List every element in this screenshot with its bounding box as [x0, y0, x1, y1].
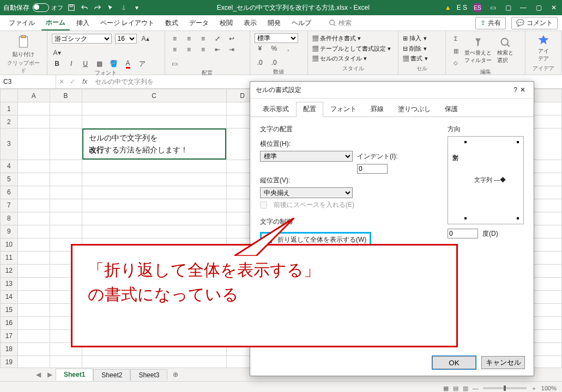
row-header[interactable]: 5: [1, 173, 18, 186]
underline-button[interactable]: U: [80, 58, 91, 69]
save-icon[interactable]: [67, 3, 76, 13]
find-select-button[interactable]: 検索と 選択: [495, 36, 516, 65]
dlg-tab-protection[interactable]: 保護: [438, 102, 465, 117]
col-header[interactable]: C: [82, 89, 226, 102]
sheet-tab[interactable]: Sheet2: [93, 369, 130, 381]
indent-dec-icon[interactable]: ⇤: [212, 44, 223, 55]
sum-icon[interactable]: Σ: [450, 33, 461, 44]
search-box[interactable]: 検索: [329, 19, 352, 28]
orientation-control[interactable]: 文字列 文字列 ―◆: [448, 136, 524, 224]
delete-cells-button[interactable]: ⊟ 削除 ▾: [403, 44, 441, 54]
row-header[interactable]: 13: [1, 277, 18, 290]
format-cells-button[interactable]: ▦ 書式 ▾: [403, 53, 441, 64]
row-header[interactable]: 3: [1, 128, 18, 160]
zoom-slider[interactable]: [483, 387, 527, 389]
align-top-icon[interactable]: ≡: [170, 33, 180, 44]
tab-review[interactable]: 校閲: [215, 16, 237, 30]
enter-formula-icon[interactable]: ✓: [67, 76, 78, 87]
phonetic-icon[interactable]: ア: [137, 58, 148, 69]
row-header[interactable]: 2: [1, 115, 18, 128]
nav-prev-icon[interactable]: ◀: [33, 371, 44, 378]
row-header[interactable]: 17: [1, 329, 18, 342]
sheet-tab[interactable]: Sheet1: [56, 369, 93, 381]
dlg-tab-number[interactable]: 表示形式: [256, 102, 296, 117]
row-header[interactable]: 11: [1, 251, 18, 264]
orientation-icon[interactable]: ⤢: [212, 33, 223, 44]
h-align-select[interactable]: 標準: [260, 151, 353, 162]
bold-button[interactable]: B: [52, 58, 63, 69]
tab-developer[interactable]: 開発: [263, 16, 285, 30]
percent-icon[interactable]: %: [269, 43, 280, 54]
dialog-help-icon[interactable]: ?: [513, 86, 517, 94]
degree-input[interactable]: [448, 229, 478, 238]
dialog-close-icon[interactable]: ✕: [517, 86, 528, 94]
align-middle-icon[interactable]: ≡: [184, 33, 195, 44]
touch-icon[interactable]: [119, 3, 129, 13]
italic-button[interactable]: I: [66, 58, 77, 69]
cond-format-button[interactable]: ▦ 条件付き書式 ▾: [312, 33, 394, 44]
wrap-text-icon[interactable]: ↩: [226, 33, 237, 44]
format-table-button[interactable]: ▦ テーブルとして書式設定 ▾: [312, 44, 394, 54]
tab-pagelayout[interactable]: ページ レイアウト: [96, 16, 159, 30]
tab-help[interactable]: ヘルプ: [287, 16, 316, 30]
sheet-tab[interactable]: Sheet3: [130, 369, 167, 381]
undo-icon[interactable]: [80, 3, 89, 13]
clear-icon[interactable]: ◇: [450, 57, 461, 68]
redo-icon[interactable]: [93, 3, 102, 13]
zoom-in-icon[interactable]: ＋: [531, 384, 537, 393]
window-options-icon[interactable]: ▭: [488, 3, 498, 13]
ideas-button[interactable]: アイ デア: [530, 33, 557, 64]
font-size-select[interactable]: 16: [115, 34, 137, 44]
font-name-select[interactable]: 游ゴシック: [52, 34, 112, 44]
row-header[interactable]: 18: [1, 342, 18, 356]
align-right-icon[interactable]: ≡: [198, 44, 209, 55]
row-header[interactable]: 8: [1, 212, 18, 225]
align-left-icon[interactable]: ≡: [170, 44, 180, 55]
ok-button[interactable]: OK: [432, 356, 476, 369]
align-center-icon[interactable]: ≡: [184, 44, 195, 55]
inc-decimal-icon[interactable]: .0: [255, 57, 265, 68]
decrease-font-icon[interactable]: A▾: [52, 47, 63, 58]
cursor-icon[interactable]: [106, 3, 116, 13]
indent-input[interactable]: [357, 164, 388, 174]
cancel-formula-icon[interactable]: ✕: [56, 76, 67, 87]
tab-insert[interactable]: 挿入: [72, 16, 94, 30]
add-sheet-icon[interactable]: ⊕: [167, 371, 184, 378]
name-box[interactable]: C3: [0, 75, 56, 88]
ribbon-options-icon[interactable]: ▢: [503, 3, 513, 13]
row-header[interactable]: 10: [1, 238, 18, 251]
close-icon[interactable]: ✕: [549, 3, 559, 13]
zoom-level[interactable]: 100%: [541, 385, 557, 391]
row-header[interactable]: 19: [1, 356, 18, 367]
tab-file[interactable]: ファイル: [4, 16, 39, 30]
row-header[interactable]: 14: [1, 290, 18, 303]
cell-c3[interactable]: セルの中で文字列を 改行する方法を紹介します！: [82, 128, 226, 160]
col-header[interactable]: A: [17, 89, 50, 102]
merge-icon[interactable]: ▭: [170, 58, 180, 69]
increase-font-icon[interactable]: A▴: [140, 33, 151, 44]
view-normal-icon[interactable]: ▦: [443, 385, 449, 392]
row-header[interactable]: 12: [1, 264, 18, 277]
currency-icon[interactable]: ¥: [255, 43, 265, 54]
comment-button[interactable]: 💬コメント: [511, 17, 558, 29]
cell-style-button[interactable]: ▦ セルのスタイル ▾: [312, 53, 394, 64]
row-header[interactable]: 1: [1, 102, 18, 115]
col-header[interactable]: B: [50, 89, 82, 102]
zoom-out-icon[interactable]: —: [473, 385, 479, 391]
tab-view[interactable]: 表示: [239, 16, 261, 30]
insert-cells-button[interactable]: ⊞ 挿入 ▾: [403, 33, 441, 44]
indent-inc-icon[interactable]: ⇥: [226, 44, 237, 55]
sort-filter-button[interactable]: 並べ替えと フィルター: [462, 36, 494, 65]
fx-icon[interactable]: fx: [78, 78, 92, 85]
select-all[interactable]: [1, 89, 18, 102]
border-icon[interactable]: ▦: [94, 58, 105, 69]
minimize-icon[interactable]: —: [518, 3, 528, 13]
nav-next-icon[interactable]: ▶: [44, 371, 56, 378]
row-header[interactable]: 9: [1, 225, 18, 238]
dlg-tab-fill[interactable]: 塗りつぶし: [391, 102, 438, 117]
cancel-button[interactable]: キャンセル: [481, 356, 525, 369]
view-pagebreak-icon[interactable]: ▥: [463, 385, 468, 392]
number-format-select[interactable]: 標準: [255, 33, 298, 43]
row-header[interactable]: 16: [1, 316, 18, 329]
tab-home[interactable]: ホーム: [41, 16, 70, 30]
